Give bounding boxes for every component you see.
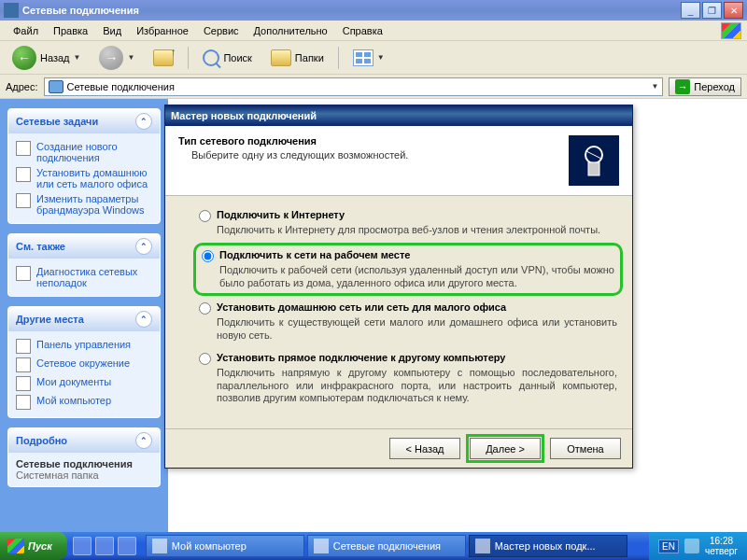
quicklaunch-item[interactable] — [118, 537, 136, 555]
quicklaunch-item[interactable] — [95, 537, 114, 555]
radio-internet[interactable] — [199, 210, 211, 222]
wizard-heading: Тип сетевого подключения — [178, 135, 569, 149]
back-dropdown-icon[interactable]: ▼ — [74, 53, 81, 62]
close-button[interactable]: ✕ — [724, 2, 743, 19]
task-create-connection[interactable]: Создание нового подключения — [16, 139, 152, 165]
menu-favorites[interactable]: Избранное — [129, 23, 196, 38]
collapse-icon[interactable]: ⌃ — [135, 432, 152, 449]
radio-home-network[interactable] — [199, 302, 211, 315]
radio-workplace[interactable] — [202, 250, 214, 262]
panel-title: Другие места — [16, 314, 84, 325]
other-my-computer[interactable]: Мой компьютер — [16, 393, 152, 412]
address-field[interactable]: Сетевые подключения ▼ — [44, 77, 664, 96]
folder-icon — [16, 339, 31, 354]
menu-file[interactable]: Файл — [6, 23, 46, 38]
panel-header[interactable]: См. также ⌃ — [8, 234, 160, 259]
svg-rect-1 — [588, 162, 599, 175]
cancel-button[interactable]: Отмена — [550, 438, 621, 459]
next-button[interactable]: Далее > — [470, 438, 541, 459]
collapse-icon[interactable]: ⌃ — [135, 113, 152, 130]
panel-other-places: Другие места ⌃ Панель управления Сетевое… — [7, 306, 161, 418]
details-title: Сетевые подключения — [16, 458, 152, 469]
menu-service[interactable]: Сервис — [196, 23, 247, 38]
address-value: Сетевые подключения — [67, 81, 175, 92]
other-control-panel[interactable]: Панель управления — [16, 337, 152, 356]
go-arrow-icon: → — [675, 79, 690, 94]
folders-label: Папки — [295, 52, 324, 63]
menu-edit[interactable]: Правка — [46, 23, 95, 38]
forward-dropdown-icon[interactable]: ▼ — [127, 53, 134, 62]
go-button[interactable]: → Переход — [669, 77, 741, 96]
panel-title: См. также — [16, 241, 65, 252]
up-button[interactable]: ↑ — [147, 46, 180, 70]
task-icon — [314, 539, 329, 553]
search-button[interactable]: Поиск — [196, 46, 258, 70]
panel-header[interactable]: Другие места ⌃ — [8, 307, 160, 331]
other-network-places[interactable]: Сетевое окружение — [16, 356, 152, 374]
system-tray: EN 16:28 четверг — [649, 532, 747, 560]
address-dropdown-icon[interactable]: ▼ — [651, 82, 658, 91]
panel-see-also: См. также ⌃ Диагностика сетевых неполадо… — [7, 233, 161, 297]
clock[interactable]: 16:28 четверг — [705, 536, 738, 556]
menu-view[interactable]: Вид — [95, 23, 129, 38]
task-my-computer[interactable]: Мой компьютер — [146, 535, 304, 557]
option-direct[interactable]: Установить прямое подключение к другому … — [199, 352, 617, 405]
clock-time: 16:28 — [705, 536, 738, 546]
forward-button[interactable]: → ▼ — [92, 42, 141, 74]
task-buttons: Мой компьютер Сетевые подключения Мастер… — [142, 535, 649, 557]
option-workplace[interactable]: Подключить к сети на рабочем месте Подкл… — [202, 249, 614, 290]
task-wizard[interactable]: Мастер новых подк... — [469, 535, 627, 557]
maximize-button[interactable]: ❐ — [702, 2, 722, 19]
folder-icon — [16, 376, 31, 391]
quicklaunch-item[interactable] — [73, 537, 92, 555]
task-icon — [475, 539, 490, 553]
views-dropdown-icon[interactable]: ▼ — [377, 53, 385, 62]
wizard-titlebar[interactable]: Мастер новых подключений — [165, 105, 632, 126]
folders-button[interactable]: Папки — [264, 46, 331, 70]
other-my-docs[interactable]: Мои документы — [16, 374, 152, 393]
panel-header[interactable]: Подробно ⌃ — [8, 428, 160, 453]
menu-help[interactable]: Справка — [335, 23, 390, 38]
forward-arrow-icon: → — [99, 46, 123, 70]
wizard-dialog: Мастер новых подключений Тип сетевого по… — [164, 105, 633, 469]
option-desc: Подключить к существующей сети малого ил… — [217, 316, 617, 343]
address-label: Адрес: — [6, 81, 38, 92]
task-network-connections[interactable]: Сетевые подключения — [307, 535, 466, 557]
collapse-icon[interactable]: ⌃ — [135, 238, 152, 255]
views-button[interactable]: ▼ — [346, 46, 391, 70]
views-icon — [353, 49, 374, 66]
option-home-network[interactable]: Установить домашнюю сеть или сеть для ма… — [199, 301, 617, 343]
radio-direct[interactable] — [199, 353, 211, 365]
separator — [338, 47, 339, 69]
separator — [188, 47, 189, 69]
tray-icon[interactable] — [684, 539, 699, 553]
minimize-button[interactable]: _ — [681, 2, 700, 19]
windows-flag-icon — [7, 539, 24, 553]
back-label: Назад — [40, 52, 70, 63]
see-diagnostics[interactable]: Диагностика сетевых неполадок — [16, 264, 152, 290]
network-icon — [16, 357, 31, 372]
left-pane: Сетевые задачи ⌃ Создание нового подключ… — [0, 99, 168, 532]
toolbar: ← Назад ▼ → ▼ ↑ Поиск Папки ▼ — [0, 41, 747, 75]
task-icon — [16, 141, 31, 156]
task-home-network[interactable]: Установить домашнюю или сеть малого офис… — [16, 165, 152, 191]
option-desc: Подключить к Интернету для просмотра веб… — [217, 224, 617, 237]
wizard-buttons: < Назад Далее > Отмена — [165, 428, 632, 468]
network-icon — [49, 80, 63, 93]
quicklaunch — [67, 537, 142, 555]
language-indicator[interactable]: EN — [658, 539, 679, 553]
titlebar: Сетевые подключения _ ❐ ✕ — [0, 0, 747, 21]
option-internet[interactable]: Подключить к Интернету Подключить к Инте… — [199, 209, 617, 237]
go-label: Переход — [694, 81, 735, 92]
back-button[interactable]: ← Назад ▼ — [6, 42, 87, 74]
menu-extra[interactable]: Дополнительно — [247, 23, 335, 38]
task-firewall[interactable]: Изменить параметры брандмауэра Windows — [16, 191, 152, 217]
info-icon — [16, 266, 31, 281]
folder-up-icon: ↑ — [153, 49, 174, 66]
panel-header[interactable]: Сетевые задачи ⌃ — [8, 109, 160, 133]
search-label: Поиск — [223, 52, 251, 63]
back-arrow-icon: ← — [12, 46, 36, 70]
start-button[interactable]: Пуск — [0, 532, 67, 560]
back-button[interactable]: < Назад — [389, 438, 460, 459]
collapse-icon[interactable]: ⌃ — [135, 311, 152, 328]
